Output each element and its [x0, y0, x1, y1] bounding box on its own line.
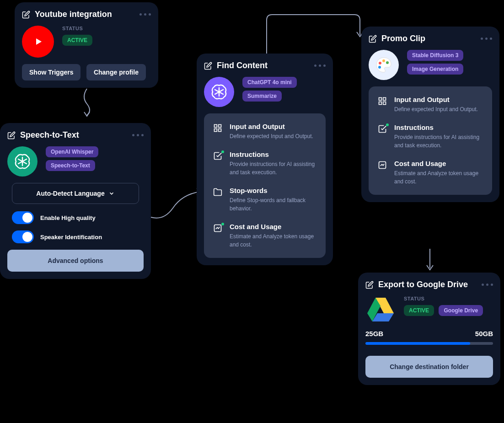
storage-progress — [365, 342, 493, 345]
task-badge: Image Generation — [407, 64, 463, 75]
chevron-down-icon — [108, 190, 115, 197]
status-label: STATUS — [404, 296, 486, 301]
gdrive-logo-icon — [365, 296, 396, 323]
task-badge: Summarize — [242, 91, 282, 102]
storage-progress-fill — [365, 342, 470, 345]
task-badge: Speech-to-Text — [46, 160, 95, 171]
config-panel: Input and Output Define expected Input a… — [204, 113, 326, 258]
svg-rect-2 — [214, 129, 217, 132]
advanced-options-button[interactable]: Advanced options — [7, 250, 144, 272]
edit-icon — [369, 35, 377, 43]
card-find-content: Find Content ChatGPT 4o mini Summarize I… — [197, 54, 333, 265]
more-menu[interactable] — [139, 13, 151, 16]
model-badge: OpenAI Whisper — [46, 146, 98, 157]
svg-rect-11 — [379, 102, 382, 105]
chart-icon — [213, 224, 223, 234]
card-speech-to-text: Speech-to-Text OpenAI Whisper Speech-to-… — [0, 123, 151, 279]
chart-icon — [378, 161, 388, 171]
openai-logo-icon — [7, 146, 38, 177]
show-triggers-button[interactable]: Show Triggers — [22, 64, 80, 80]
panel-item-io[interactable]: Input and Output Define expected Input a… — [213, 123, 316, 140]
panel-item-io[interactable]: Input and Output Define expected Input a… — [378, 96, 483, 113]
card-title-text: Youtube integration — [35, 10, 112, 19]
more-menu[interactable] — [482, 284, 493, 286]
more-menu[interactable] — [481, 37, 492, 40]
panel-item-instructions[interactable]: Instructions Provide instructions for AI… — [213, 150, 316, 177]
check-icon — [213, 151, 223, 161]
svg-rect-9 — [379, 98, 382, 101]
language-select[interactable]: Auto-Detect Language — [12, 183, 139, 204]
svg-rect-10 — [383, 98, 386, 101]
storage-used: 25GB — [365, 330, 383, 337]
storage-total: 50GB — [475, 330, 493, 337]
model-badge: Stable Diffusion 3 — [407, 50, 463, 61]
edit-icon — [204, 62, 212, 70]
status-badge: ACTIVE — [62, 35, 92, 46]
storage-row: 25GB 50GB — [365, 330, 493, 337]
more-menu[interactable] — [132, 134, 144, 136]
svg-rect-1 — [219, 125, 221, 128]
change-destination-button[interactable]: Change destination folder — [365, 356, 493, 378]
card-promo-clip: Promo Clip Stable Diffusion 3 Image Gene… — [361, 27, 499, 202]
folder-icon — [213, 187, 223, 198]
change-profile-button[interactable]: Change profile — [86, 64, 146, 80]
card-title-text: Speech-to-Text — [20, 130, 79, 140]
panel-item-cost[interactable]: Cost and Usage Estimate and Analyze toke… — [378, 160, 483, 186]
svg-rect-3 — [219, 129, 221, 132]
high-quality-toggle[interactable] — [12, 211, 34, 224]
panel-item-cost[interactable]: Cost and Usage Estimate and Analyze toke… — [213, 223, 316, 249]
speaker-id-toggle[interactable] — [12, 230, 34, 243]
card-google-drive: Export to Google Drive STATUS ACTIVE Goo… — [358, 273, 500, 385]
panel-item-instructions[interactable]: Instructions Provide instructions for AI… — [378, 123, 483, 150]
svg-rect-12 — [383, 102, 386, 105]
youtube-logo-icon — [22, 26, 54, 58]
svg-point-6 — [382, 59, 385, 62]
card-title-text: Find Content — [217, 61, 268, 70]
more-menu[interactable] — [314, 64, 326, 67]
toggle-label: Enable High quality — [40, 214, 96, 221]
panel-item-stopwords[interactable]: Stop-words Define Stop-words and fallbac… — [213, 187, 316, 213]
svg-point-5 — [379, 62, 381, 64]
service-badge: Google Drive — [439, 305, 483, 316]
status-label: STATUS — [62, 26, 92, 31]
grid-icon — [378, 96, 388, 107]
palette-logo-icon — [369, 50, 399, 80]
edit-icon — [22, 11, 30, 19]
edit-icon — [7, 131, 16, 139]
status-badge: ACTIVE — [404, 305, 434, 316]
check-icon — [378, 124, 388, 134]
config-panel: Input and Output Define expected Input a… — [369, 86, 492, 195]
card-youtube: Youtube integration STATUS ACTIVE Show T… — [15, 2, 158, 88]
toggle-label: Speaker Identification — [40, 234, 102, 241]
openai-logo-icon — [204, 77, 234, 107]
svg-point-7 — [386, 61, 389, 64]
card-title-text: Promo Clip — [381, 34, 425, 43]
svg-point-8 — [378, 66, 381, 69]
svg-rect-0 — [214, 125, 217, 128]
edit-icon — [365, 281, 374, 289]
grid-icon — [213, 123, 223, 134]
card-title-text: Export to Google Drive — [378, 280, 468, 289]
model-badge: ChatGPT 4o mini — [242, 77, 297, 88]
